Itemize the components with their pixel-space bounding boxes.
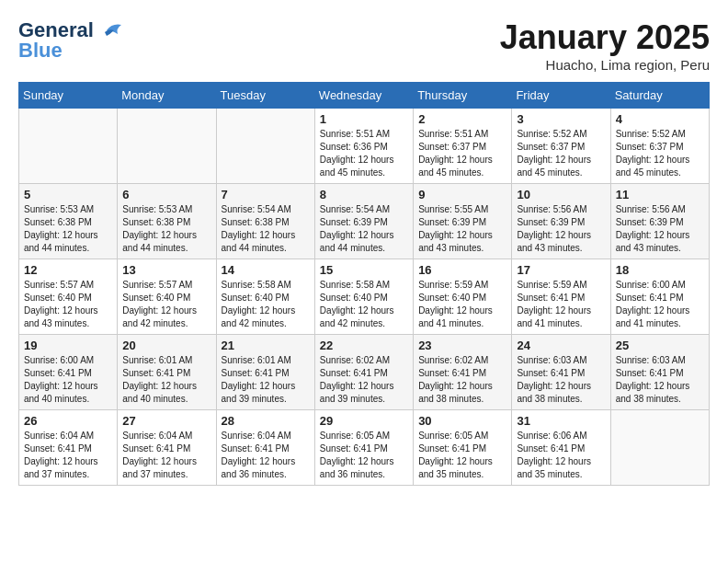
- calendar-cell: 16Sunrise: 5:59 AMSunset: 6:40 PMDayligh…: [414, 259, 512, 335]
- day-info: Sunrise: 5:55 AMSunset: 6:39 PMDaylight:…: [418, 203, 506, 255]
- week-row-1: 1Sunrise: 5:51 AMSunset: 6:36 PMDaylight…: [19, 109, 710, 184]
- weekday-header-friday: Friday: [512, 83, 610, 109]
- day-info: Sunrise: 6:01 AMSunset: 6:41 PMDaylight:…: [122, 354, 210, 406]
- day-number: 12: [24, 263, 112, 277]
- calendar-cell: 3Sunrise: 5:52 AMSunset: 6:37 PMDaylight…: [512, 109, 610, 184]
- day-info: Sunrise: 5:51 AMSunset: 6:36 PMDaylight:…: [320, 128, 408, 179]
- calendar-cell: [216, 109, 314, 184]
- day-number: 24: [517, 339, 605, 352]
- calendar-cell: 4Sunrise: 5:52 AMSunset: 6:37 PMDaylight…: [610, 109, 709, 184]
- day-info: Sunrise: 5:54 AMSunset: 6:38 PMDaylight:…: [222, 203, 310, 255]
- week-row-2: 5Sunrise: 5:53 AMSunset: 6:38 PMDaylight…: [19, 184, 710, 259]
- calendar-cell: 21Sunrise: 6:01 AMSunset: 6:41 PMDayligh…: [216, 335, 314, 410]
- logo-bird-icon: [97, 21, 123, 40]
- day-number: 8: [320, 188, 408, 201]
- calendar-cell: 1Sunrise: 5:51 AMSunset: 6:36 PMDaylight…: [314, 109, 413, 184]
- day-number: 21: [222, 339, 310, 352]
- day-number: 20: [122, 339, 210, 352]
- title-block: January 2025 Huacho, Lima region, Peru: [500, 18, 710, 73]
- day-info: Sunrise: 5:58 AMSunset: 6:40 PMDaylight:…: [320, 279, 408, 330]
- day-number: 23: [418, 339, 506, 352]
- calendar-cell: 11Sunrise: 5:56 AMSunset: 6:39 PMDayligh…: [610, 184, 709, 259]
- day-number: 15: [320, 263, 408, 277]
- day-info: Sunrise: 6:03 AMSunset: 6:41 PMDaylight:…: [517, 354, 605, 406]
- day-number: 22: [320, 339, 408, 352]
- week-row-3: 12Sunrise: 5:57 AMSunset: 6:40 PMDayligh…: [19, 259, 710, 335]
- day-number: 4: [616, 112, 704, 126]
- calendar-cell: 18Sunrise: 6:00 AMSunset: 6:41 PMDayligh…: [610, 259, 709, 335]
- weekday-header-row: SundayMondayTuesdayWednesdayThursdayFrid…: [19, 83, 710, 109]
- weekday-header-thursday: Thursday: [414, 83, 512, 109]
- day-number: 2: [418, 112, 506, 126]
- weekday-header-saturday: Saturday: [610, 83, 709, 109]
- calendar-cell: 2Sunrise: 5:51 AMSunset: 6:37 PMDaylight…: [414, 109, 512, 184]
- day-number: 7: [222, 188, 310, 201]
- day-number: 10: [517, 188, 605, 201]
- day-info: Sunrise: 5:51 AMSunset: 6:37 PMDaylight:…: [418, 128, 506, 179]
- calendar-cell: 12Sunrise: 5:57 AMSunset: 6:40 PMDayligh…: [19, 259, 118, 335]
- day-info: Sunrise: 6:04 AMSunset: 6:41 PMDaylight:…: [24, 430, 112, 481]
- day-number: 6: [122, 188, 210, 201]
- day-info: Sunrise: 5:52 AMSunset: 6:37 PMDaylight:…: [517, 128, 605, 179]
- calendar-cell: 25Sunrise: 6:03 AMSunset: 6:41 PMDayligh…: [610, 335, 709, 410]
- day-info: Sunrise: 6:04 AMSunset: 6:41 PMDaylight:…: [122, 430, 210, 481]
- calendar-cell: 15Sunrise: 5:58 AMSunset: 6:40 PMDayligh…: [314, 259, 413, 335]
- day-info: Sunrise: 6:05 AMSunset: 6:41 PMDaylight:…: [320, 430, 408, 481]
- calendar-cell: 5Sunrise: 5:53 AMSunset: 6:38 PMDaylight…: [19, 184, 118, 259]
- week-row-4: 19Sunrise: 6:00 AMSunset: 6:41 PMDayligh…: [19, 335, 710, 410]
- calendar-cell: 7Sunrise: 5:54 AMSunset: 6:38 PMDaylight…: [216, 184, 314, 259]
- day-info: Sunrise: 6:00 AMSunset: 6:41 PMDaylight:…: [616, 279, 704, 330]
- day-number: 18: [616, 263, 704, 277]
- logo: General Blue: [18, 18, 123, 63]
- calendar-cell: 14Sunrise: 5:58 AMSunset: 6:40 PMDayligh…: [216, 259, 314, 335]
- day-info: Sunrise: 6:00 AMSunset: 6:41 PMDaylight:…: [24, 354, 112, 406]
- calendar-cell: 13Sunrise: 5:57 AMSunset: 6:40 PMDayligh…: [118, 259, 216, 335]
- calendar-cell: [19, 109, 118, 184]
- day-number: 3: [517, 112, 605, 126]
- calendar-cell: 29Sunrise: 6:05 AMSunset: 6:41 PMDayligh…: [314, 410, 413, 486]
- day-info: Sunrise: 6:02 AMSunset: 6:41 PMDaylight:…: [320, 354, 408, 406]
- calendar-subtitle: Huacho, Lima region, Peru: [500, 57, 710, 73]
- calendar-cell: 24Sunrise: 6:03 AMSunset: 6:41 PMDayligh…: [512, 335, 610, 410]
- day-number: 26: [24, 414, 112, 428]
- day-number: 30: [418, 414, 506, 428]
- day-info: Sunrise: 6:06 AMSunset: 6:41 PMDaylight:…: [517, 430, 605, 481]
- calendar-cell: 9Sunrise: 5:55 AMSunset: 6:39 PMDaylight…: [414, 184, 512, 259]
- day-info: Sunrise: 5:57 AMSunset: 6:40 PMDaylight:…: [24, 279, 112, 330]
- calendar-cell: 8Sunrise: 5:54 AMSunset: 6:39 PMDaylight…: [314, 184, 413, 259]
- day-number: 11: [616, 188, 704, 201]
- day-number: 28: [222, 414, 310, 428]
- day-number: 17: [517, 263, 605, 277]
- calendar-table: SundayMondayTuesdayWednesdayThursdayFrid…: [18, 82, 710, 486]
- day-number: 1: [320, 112, 408, 126]
- day-number: 14: [222, 263, 310, 277]
- day-number: 9: [418, 188, 506, 201]
- day-number: 19: [24, 339, 112, 352]
- day-number: 5: [24, 188, 112, 201]
- calendar-cell: 19Sunrise: 6:00 AMSunset: 6:41 PMDayligh…: [19, 335, 118, 410]
- weekday-header-sunday: Sunday: [19, 83, 118, 109]
- day-number: 31: [517, 414, 605, 428]
- day-info: Sunrise: 6:03 AMSunset: 6:41 PMDaylight:…: [616, 354, 704, 406]
- calendar-cell: 27Sunrise: 6:04 AMSunset: 6:41 PMDayligh…: [118, 410, 216, 486]
- day-info: Sunrise: 5:56 AMSunset: 6:39 PMDaylight:…: [616, 203, 704, 255]
- calendar-cell: 17Sunrise: 5:59 AMSunset: 6:41 PMDayligh…: [512, 259, 610, 335]
- calendar-cell: [610, 410, 709, 486]
- calendar-cell: 10Sunrise: 5:56 AMSunset: 6:39 PMDayligh…: [512, 184, 610, 259]
- day-info: Sunrise: 6:02 AMSunset: 6:41 PMDaylight:…: [418, 354, 506, 406]
- calendar-title: January 2025: [500, 18, 710, 57]
- weekday-header-tuesday: Tuesday: [216, 83, 314, 109]
- day-number: 25: [616, 339, 704, 352]
- calendar-cell: 6Sunrise: 5:53 AMSunset: 6:38 PMDaylight…: [118, 184, 216, 259]
- weekday-header-wednesday: Wednesday: [314, 83, 413, 109]
- calendar-cell: 26Sunrise: 6:04 AMSunset: 6:41 PMDayligh…: [19, 410, 118, 486]
- calendar-cell: 28Sunrise: 6:04 AMSunset: 6:41 PMDayligh…: [216, 410, 314, 486]
- calendar-cell: 20Sunrise: 6:01 AMSunset: 6:41 PMDayligh…: [118, 335, 216, 410]
- weekday-header-monday: Monday: [118, 83, 216, 109]
- calendar-cell: 23Sunrise: 6:02 AMSunset: 6:41 PMDayligh…: [414, 335, 512, 410]
- day-info: Sunrise: 5:54 AMSunset: 6:39 PMDaylight:…: [320, 203, 408, 255]
- calendar-cell: [118, 109, 216, 184]
- day-info: Sunrise: 6:01 AMSunset: 6:41 PMDaylight:…: [222, 354, 310, 406]
- day-number: 16: [418, 263, 506, 277]
- logo-text-blue: Blue: [18, 39, 63, 63]
